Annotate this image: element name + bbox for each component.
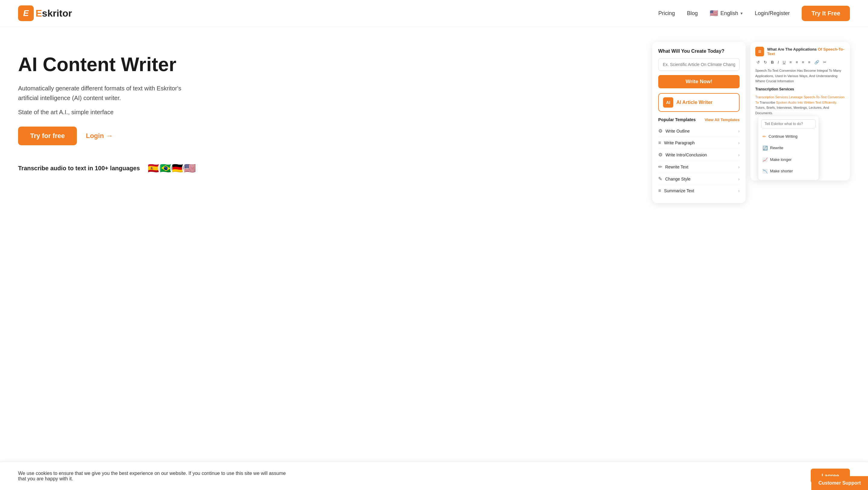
align-right-button[interactable]: ≡ xyxy=(807,59,812,65)
chevron-right-icon: › xyxy=(738,141,740,145)
topic-input[interactable] xyxy=(658,58,740,71)
template-item-change-style[interactable]: ✎ Change Style › xyxy=(658,173,740,185)
template-item-summarize-text[interactable]: ≡ Summarize Text › xyxy=(658,185,740,196)
template-list: ⚙ Write Outline › ≡ Write Paragraph › ⚙ xyxy=(658,125,740,196)
list-button[interactable]: ≡ xyxy=(788,59,793,65)
underline-button[interactable]: U xyxy=(781,59,786,65)
write-paragraph-label: Write Paragraph xyxy=(664,141,695,145)
nav-blog[interactable]: Blog xyxy=(687,10,698,17)
ordered-list-button[interactable]: ≡ xyxy=(795,59,799,65)
chevron-right-icon: › xyxy=(738,164,740,170)
redo-button[interactable]: ↻ xyxy=(763,59,768,65)
language-flags: 🇪🇸 🇧🇷 🇩🇪 🇺🇸 xyxy=(146,160,198,176)
continue-writing-icon: ✏ xyxy=(763,133,766,140)
hero-right: What Will You Create Today? Write Now! A… xyxy=(652,42,850,203)
template-item-rewrite-text[interactable]: ✏ Rewrite Text › xyxy=(658,161,740,173)
editor-menu-icon: ≡ xyxy=(755,47,764,56)
try-it-free-button[interactable]: Try It Free xyxy=(802,6,850,21)
hero-sub: State of the art A.I., simple interface xyxy=(18,109,199,116)
write-paragraph-icon: ≡ xyxy=(658,140,661,146)
nav-login-register[interactable]: Login/Register xyxy=(755,10,789,17)
editor-title: What Are The Applications Of Speech-To-T… xyxy=(767,47,845,56)
make-shorter-option[interactable]: 📉 Make shorter xyxy=(758,165,818,177)
logo[interactable]: E Eskritor xyxy=(18,5,72,21)
undo-button[interactable]: ↺ xyxy=(755,59,761,65)
rewrite-text-label: Rewrite Text xyxy=(665,164,688,170)
make-longer-label: Make longer xyxy=(770,157,792,163)
change-style-label: Change Style xyxy=(665,177,690,181)
ai-article-icon: AI xyxy=(663,97,673,108)
template-item-write-outline[interactable]: ⚙ Write Outline › xyxy=(658,125,740,137)
nav-links: Pricing Blog 🇺🇸 English ▾ Login/Register… xyxy=(658,6,850,21)
rewrite-label: Rewrite xyxy=(770,145,783,151)
language-selector[interactable]: 🇺🇸 English ▾ xyxy=(710,9,743,17)
flag-usa: 🇺🇸 xyxy=(182,160,198,176)
cut-button[interactable]: ✂ xyxy=(822,59,828,65)
summarize-text-label: Summarize Text xyxy=(664,188,694,193)
popular-templates-title: Popular Templates xyxy=(658,117,695,122)
italic-button[interactable]: I xyxy=(776,59,780,65)
editor-section1-title: Transcription Services xyxy=(755,87,845,92)
write-intro-icon: ⚙ xyxy=(658,152,662,158)
ai-tooltip-popup: ✏ Continue Writing 🔄 Rewrite 📈 Make long… xyxy=(758,116,818,180)
transcribe-text: Transcribe audio to text in 100+ languag… xyxy=(18,165,140,172)
editor-card: ≡ What Are The Applications Of Speech-To… xyxy=(750,42,850,181)
ai-article-writer-button[interactable]: AI AI Article Writer xyxy=(658,93,740,112)
write-now-button[interactable]: Write Now! xyxy=(658,75,740,88)
make-longer-option[interactable]: 📈 Make longer xyxy=(758,154,818,165)
summarize-text-icon: ≡ xyxy=(658,188,661,193)
template-item-write-paragraph[interactable]: ≡ Write Paragraph › xyxy=(658,137,740,149)
login-link[interactable]: Login → xyxy=(86,132,113,140)
make-shorter-label: Make shorter xyxy=(770,168,793,175)
ai-tooltip-input[interactable] xyxy=(761,119,815,128)
navbar: E Eskritor Pricing Blog 🇺🇸 English ▾ Log… xyxy=(0,0,868,27)
link-button[interactable]: 🔗 xyxy=(813,59,820,65)
template-card: What Will You Create Today? Write Now! A… xyxy=(652,42,746,203)
popular-header: Popular Templates View All Templates xyxy=(658,117,740,122)
chevron-right-icon: › xyxy=(738,129,740,133)
make-shorter-icon: 📉 xyxy=(763,168,768,175)
nav-pricing[interactable]: Pricing xyxy=(658,10,675,17)
make-longer-icon: 📈 xyxy=(763,156,768,163)
chevron-right-icon: › xyxy=(738,188,740,193)
chevron-right-icon: › xyxy=(738,152,740,157)
bold-button[interactable]: B xyxy=(770,59,775,65)
rewrite-text-icon: ✏ xyxy=(658,164,662,170)
rewrite-option[interactable]: 🔄 Rewrite xyxy=(758,142,818,154)
align-left-button[interactable]: ≡ xyxy=(801,59,806,65)
continue-writing-label: Continue Writing xyxy=(769,133,798,140)
editor-toolbar: ↺ ↻ B I U ≡ ≡ ≡ ≡ 🔗 ✂ xyxy=(755,59,845,65)
write-outline-label: Write Outline xyxy=(665,129,690,133)
template-item-write-intro[interactable]: ⚙ Write Intro/Conclusion › xyxy=(658,149,740,161)
editor-section1-text: Transcription Services Leverage Speech-T… xyxy=(755,95,845,116)
chevron-right-icon: › xyxy=(738,177,740,181)
change-style-icon: ✎ xyxy=(658,176,662,182)
write-intro-label: Write Intro/Conclusion xyxy=(665,152,707,157)
flag-icon: 🇺🇸 xyxy=(710,9,718,17)
view-all-templates-link[interactable]: View All Templates xyxy=(705,118,740,122)
chevron-down-icon: ▾ xyxy=(741,11,743,16)
hero-description: Automatically generate different formats… xyxy=(18,84,199,103)
logo-text: Eskritor xyxy=(36,8,72,19)
hero-title: AI Content Writer xyxy=(18,54,199,75)
rewrite-icon: 🔄 xyxy=(763,145,768,151)
try-for-free-button[interactable]: Try for free xyxy=(18,127,77,145)
write-outline-icon: ⚙ xyxy=(658,128,662,134)
hero-buttons: Try for free Login → xyxy=(18,127,199,145)
editor-intro-text: Speech-To-Text Conversion Has Become Int… xyxy=(755,68,845,84)
logo-icon: E xyxy=(18,5,34,21)
language-label: English xyxy=(720,10,738,17)
editor-header: ≡ What Are The Applications Of Speech-To… xyxy=(755,47,845,56)
transcribe-section: Transcribe audio to text in 100+ languag… xyxy=(18,160,199,176)
continue-writing-option[interactable]: ✏ Continue Writing xyxy=(758,131,818,142)
hero-section: AI Content Writer Automatically generate… xyxy=(0,27,868,215)
hero-left: AI Content Writer Automatically generate… xyxy=(18,45,199,176)
card-title: What Will You Create Today? xyxy=(658,49,740,54)
ai-article-label: AI Article Writer xyxy=(676,100,712,105)
